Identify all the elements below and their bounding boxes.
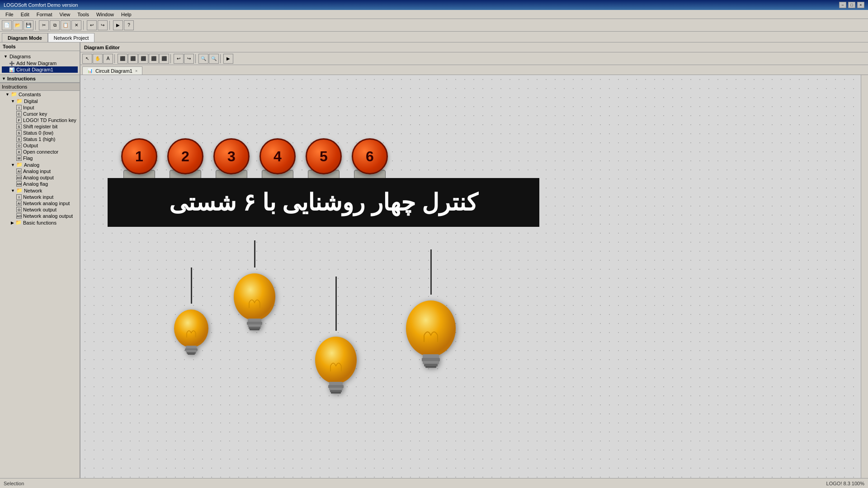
bulb-wire-1 <box>191 267 192 304</box>
bulb-2 <box>230 240 279 333</box>
button-circle-3[interactable]: 3 <box>213 138 250 174</box>
status0-item[interactable]: S Status 0 (low) <box>0 130 80 136</box>
menu-window[interactable]: Window <box>93 10 118 19</box>
basic-functions-folder[interactable]: ▶ 📁 Basic functions <box>0 219 80 226</box>
tab-network-project[interactable]: Network Project <box>48 33 95 42</box>
digital-folder-icon: 📁 <box>16 98 23 104</box>
network-analog-input-item[interactable]: AI Network analog input <box>0 200 80 206</box>
align-left[interactable]: ⬛ <box>118 54 127 64</box>
button-label-5: 5 <box>320 148 328 165</box>
button-label-2: 2 <box>181 148 189 165</box>
svg-rect-23 <box>331 392 341 394</box>
basic-functions-folder-icon: 📁 <box>15 220 22 225</box>
maximize-button[interactable]: □ <box>848 2 855 8</box>
bulb-svg-4 <box>401 295 460 369</box>
run-btn[interactable]: ▶ <box>223 54 233 64</box>
status1-item[interactable]: S Status 1 (high) <box>0 136 80 142</box>
analog-input-item[interactable]: AI Analog input <box>0 168 80 174</box>
copy-button[interactable]: ⧉ <box>50 20 60 30</box>
titlebar-title: LOGOSoft Comfort Demo version <box>4 2 78 8</box>
constants-folder[interactable]: ▼ 📁 Constants <box>0 91 80 98</box>
open-button[interactable]: 📂 <box>13 20 23 30</box>
zoom-out[interactable]: 🔍 <box>209 54 219 64</box>
save-button[interactable]: 💾 <box>24 20 33 30</box>
bulb-4 <box>401 249 460 369</box>
output-item[interactable]: O Output <box>0 142 80 149</box>
new-button[interactable]: 📄 <box>2 20 12 30</box>
diagrams-header[interactable]: ▼ Diagrams <box>2 53 78 60</box>
button-circle-5[interactable]: 5 <box>306 138 342 174</box>
instructions-sub-label: Instructions <box>2 84 27 89</box>
align-top[interactable]: ⬛ <box>149 54 159 64</box>
delete-button[interactable]: ✕ <box>71 20 81 30</box>
flag-item[interactable]: M Flag <box>0 155 80 161</box>
close-button[interactable]: × <box>857 2 864 8</box>
redo-button[interactable]: ↪ <box>98 20 108 30</box>
undo-diag[interactable]: ↩ <box>174 54 184 64</box>
digital-folder[interactable]: ▼ 📁 Digital <box>0 98 80 104</box>
align-right[interactable]: ⬛ <box>138 54 148 64</box>
button-circle-4[interactable]: 4 <box>259 138 296 174</box>
open-connector-item[interactable]: X Open connector <box>0 149 80 155</box>
menu-edit[interactable]: Edit <box>17 10 33 19</box>
align-bottom[interactable]: ⬛ <box>159 54 169 64</box>
status-text: Selection <box>4 481 24 486</box>
td-function-key-item[interactable]: F LOGO! TD Function key <box>0 117 80 123</box>
tab-close-button[interactable]: × <box>135 69 137 73</box>
analog-folder[interactable]: ▼ 📁 Analog <box>0 161 80 168</box>
svg-rect-12 <box>247 322 262 325</box>
button-circle-6[interactable]: 6 <box>352 138 388 174</box>
analog-output-item[interactable]: AO Analog output <box>0 174 80 181</box>
zoom-in[interactable]: 🔍 <box>198 54 208 64</box>
network-analog-output-item[interactable]: AO Network analog output <box>0 213 80 219</box>
menu-file[interactable]: File <box>2 10 17 19</box>
svg-rect-20 <box>328 385 344 388</box>
network-input-item[interactable]: I Network input <box>0 194 80 200</box>
canvas-area[interactable]: 1 2 <box>80 75 868 478</box>
select-tool[interactable]: ↖ <box>82 54 92 64</box>
input-item[interactable]: I Input <box>0 104 80 111</box>
menu-format[interactable]: Format <box>33 10 56 19</box>
cursor-key-item[interactable]: C Cursor key <box>0 111 80 117</box>
add-diagram-item[interactable]: ➕ Add New Diagram <box>2 60 78 66</box>
left-panel: Tools ▼ Diagrams ➕ Add New Diagram 📊 Cir… <box>0 42 80 478</box>
undo-button[interactable]: ↩ <box>87 20 97 30</box>
redo-diag[interactable]: ↪ <box>184 54 194 64</box>
network-output-item[interactable]: O Network output <box>0 206 80 213</box>
button-circle-2[interactable]: 2 <box>167 138 203 174</box>
instructions-section-header[interactable]: ▼ Instructions <box>0 75 80 83</box>
text-tool[interactable]: A <box>103 54 113 64</box>
instructions-sub-header: Instructions <box>0 83 80 91</box>
transfer-button[interactable]: ▶ <box>113 20 123 30</box>
cut-button[interactable]: ✂ <box>39 20 49 30</box>
analog-flag-item[interactable]: AM Analog flag <box>0 181 80 187</box>
menubar: File Edit Format View Tools Window Help <box>0 10 868 19</box>
diagram-editor-title: Diagram Editor <box>84 45 120 50</box>
circuit-diagram-item[interactable]: 📊 Circuit Diagram1 <box>2 66 78 73</box>
inst-arrow: ▼ <box>2 76 6 81</box>
svg-rect-15 <box>250 328 259 330</box>
diagrams-arrow: ▼ <box>4 54 8 59</box>
menu-help[interactable]: Help <box>118 10 135 19</box>
move-tool[interactable]: ✋ <box>93 54 103 64</box>
minimize-button[interactable]: − <box>839 2 846 8</box>
diagram-toolbar: ↖ ✋ A ⬛ ⬛ ⬛ ⬛ ⬛ ↩ ↪ 🔍 🔍 ▶ <box>80 52 868 65</box>
statusbar: Selection LOGO! 8.3 100% <box>0 478 868 488</box>
button-circle-1[interactable]: 1 <box>121 138 157 174</box>
bulb-svg-3 <box>311 331 361 396</box>
shift-register-item[interactable]: S Shift register bit <box>0 123 80 130</box>
main-tabbar: Diagram Mode Network Project <box>0 32 868 42</box>
menu-view[interactable]: View <box>56 10 74 19</box>
diagrams-label: Diagrams <box>9 54 31 59</box>
tab-diagram-mode[interactable]: Diagram Mode <box>2 33 48 42</box>
vertical-scrollbar[interactable] <box>861 75 868 478</box>
menu-tools[interactable]: Tools <box>74 10 93 19</box>
network-folder[interactable]: ▼ 📁 Network <box>0 187 80 194</box>
bulb-svg-1 <box>171 304 212 358</box>
help-btn[interactable]: ? <box>124 20 134 30</box>
instructions-label: Instructions <box>7 76 36 81</box>
diagram-icon: 📊 <box>9 67 14 72</box>
align-center[interactable]: ⬛ <box>128 54 138 64</box>
circuit-diagram-tab[interactable]: 📊 Circuit Diagram1 × <box>82 66 142 75</box>
paste-button[interactable]: 📋 <box>61 20 71 30</box>
